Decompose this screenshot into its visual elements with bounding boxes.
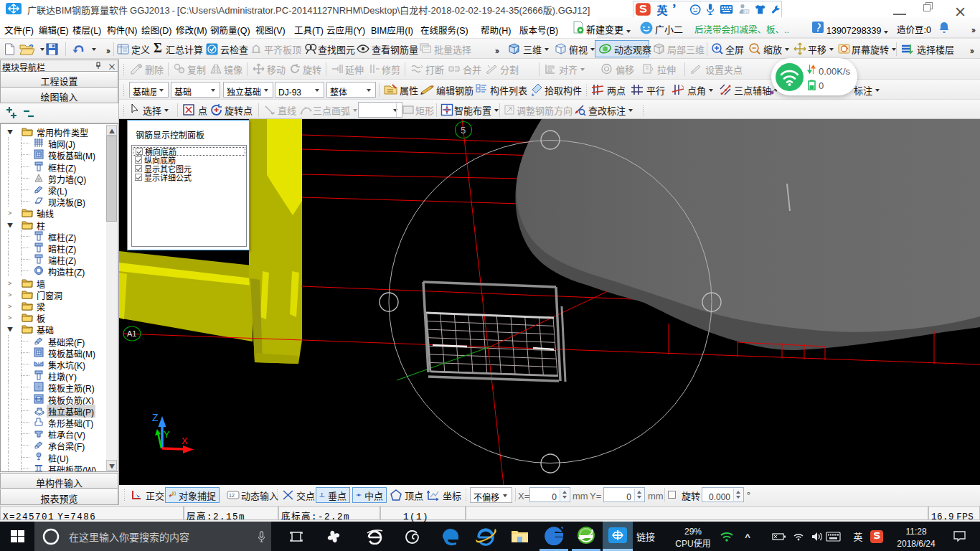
svg-text:Y: Y [164, 429, 170, 440]
svg-text:X: X [182, 435, 188, 446]
svg-text:5: 5 [461, 125, 466, 136]
svg-text:A1: A1 [127, 329, 136, 338]
svg-text:24: 24 [745, 8, 750, 14]
svg-text:Z: Z [152, 412, 159, 423]
svg-text:12: 12 [229, 491, 235, 499]
